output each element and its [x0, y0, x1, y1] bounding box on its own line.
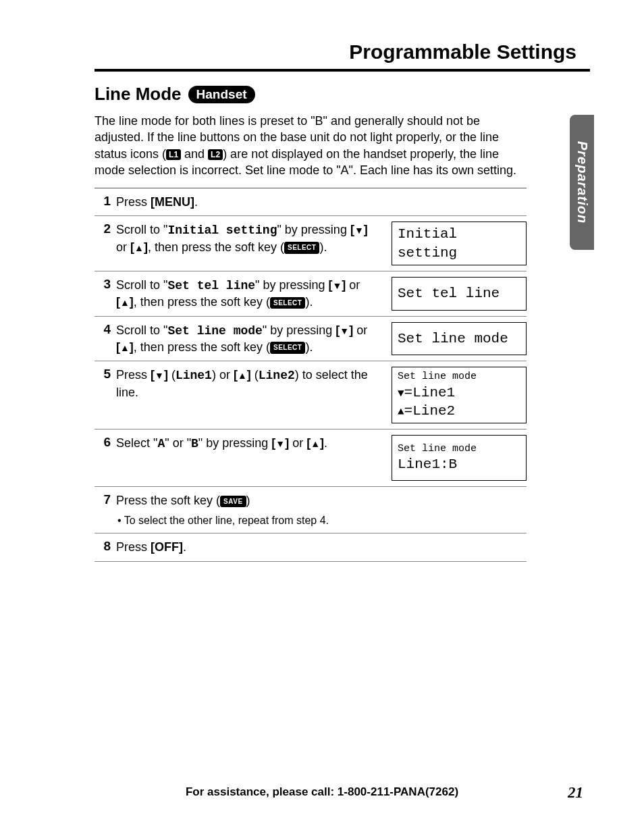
- down-arrow-icon: [275, 436, 285, 450]
- step-6: 6 Select "A" or "B" by pressing [] or []…: [95, 429, 527, 487]
- lcd-display: Set line mode: [392, 322, 527, 356]
- step-5: 5 Press [] (Line1) or [] (Line2) to sele…: [95, 361, 527, 429]
- lcd-display: Set line mode ▼=Line1 ▲=Line2: [392, 367, 527, 423]
- select-softkey-icon: SELECT: [284, 242, 319, 254]
- side-tab: Preparation: [570, 115, 594, 250]
- steps-list: 1 Press [MENU]. 2 Scroll to "Initial set…: [95, 188, 527, 561]
- section-title: Line Mode: [95, 84, 182, 105]
- down-arrow-icon: [340, 323, 349, 337]
- step-4: 4 Scroll to "Set line mode" by pressing …: [95, 317, 527, 362]
- down-arrow-icon: [333, 278, 342, 292]
- step-8: 8 Press [OFF].: [95, 533, 527, 561]
- step-7: 7 Press the soft key (SAVE) • To select …: [95, 487, 527, 533]
- down-arrow-icon: [354, 223, 364, 236]
- lcd-display: Initial setting: [392, 221, 527, 265]
- chapter-title: Programmable Settings: [95, 41, 590, 72]
- up-arrow-icon: [120, 295, 130, 309]
- l1-icon: L1: [166, 149, 181, 160]
- step-1: 1 Press [MENU].: [95, 188, 527, 216]
- down-arrow-icon: [155, 368, 164, 382]
- save-softkey-icon: SAVE: [220, 496, 246, 508]
- footer-assistance: For assistance, please call: 1-800-211-P…: [0, 785, 644, 799]
- lcd-display: Set line mode Line1:B: [392, 435, 527, 481]
- select-softkey-icon: SELECT: [270, 342, 305, 354]
- up-arrow-icon: [238, 368, 247, 382]
- intro-paragraph: The line mode for both lines is preset t…: [95, 113, 527, 178]
- select-softkey-icon: SELECT: [270, 297, 305, 309]
- up-arrow-icon: [311, 436, 320, 450]
- l2-icon: L2: [208, 149, 223, 160]
- up-arrow-icon: [134, 240, 144, 254]
- page-number: 21: [568, 784, 583, 802]
- step-2: 2 Scroll to "Initial setting" by pressin…: [95, 216, 527, 271]
- step-3: 3 Scroll to "Set tel line" by pressing […: [95, 271, 527, 317]
- handset-pill: Handset: [188, 86, 255, 103]
- lcd-display: Set tel line: [392, 277, 527, 311]
- up-arrow-icon: [120, 340, 130, 354]
